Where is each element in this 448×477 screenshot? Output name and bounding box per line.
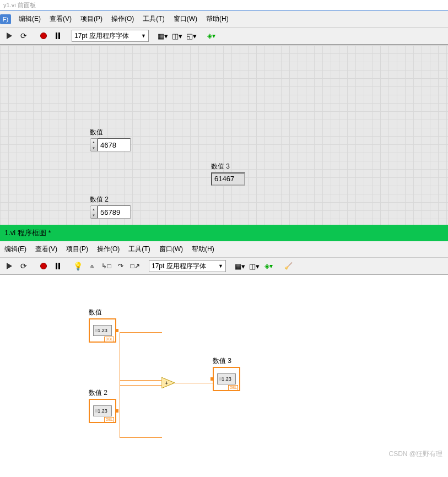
numeric-input-2[interactable] [98, 205, 131, 219]
bd-menu-operate[interactable]: 操作(O) [93, 243, 124, 256]
output-pin-icon [115, 329, 118, 332]
bd-font-selector[interactable]: 17pt 应用程序字体 ▼ [149, 260, 226, 272]
menu-edit[interactable]: 编辑(E) [14, 13, 45, 25]
bd-menu-window[interactable]: 窗口(W) [155, 243, 187, 256]
bd-terminal-numeric-3[interactable]: 数值 3 1.23 DBL [213, 356, 240, 391]
bd-distribute-button[interactable]: ◫▾ [248, 261, 260, 272]
front-panel-title: y1.vi 前面板 [0, 0, 448, 11]
control-label: 数值 2 [90, 195, 131, 204]
menu-window[interactable]: 窗口(W) [169, 13, 202, 25]
step-into-button[interactable]: ↳□ [100, 261, 112, 272]
bd-align-button[interactable]: ▦▾ [234, 261, 246, 272]
wire-segment [120, 380, 163, 381]
front-panel-toolbar: ⟳ 17pt 应用程序字体 ▼ ▦▾ ◫▾ ◱▾ ◈▾ [0, 28, 448, 45]
abort-button[interactable] [37, 30, 50, 41]
bd-menu-edit[interactable]: 编辑(E) [0, 243, 31, 256]
spinner-icon[interactable]: ▲▼ [90, 138, 98, 151]
input-pin-icon [210, 377, 214, 381]
control-label: 数值 3 [211, 162, 245, 171]
dbl-badge: DBL [228, 385, 238, 391]
numeric-indicator-3: 数值 3 61467 [211, 162, 245, 186]
block-diagram-menu-bar: 编辑(E) 查看(V) 项目(P) 操作(O) 工具(T) 窗口(W) 帮助(H… [0, 241, 448, 258]
resize-button[interactable]: ◱▾ [185, 30, 197, 41]
step-over-button[interactable]: ↷ [115, 261, 127, 272]
bd-run-continuous-button[interactable]: ⟳ [18, 261, 30, 272]
numeric-input-1[interactable] [98, 138, 131, 151]
svg-text:+: + [165, 380, 168, 386]
spinner-icon[interactable]: ▲▼ [90, 205, 98, 219]
front-panel-canvas[interactable]: 数值 ▲▼ 数值 2 ▲▼ 数值 3 61467 [0, 45, 448, 225]
numeric-indicator-value: 61467 [211, 172, 245, 186]
bd-terminal-label: 数值 2 [89, 388, 116, 398]
menu-project[interactable]: 项目(P) [76, 13, 107, 25]
dropdown-arrow-icon: ▼ [141, 33, 146, 39]
menu-operate[interactable]: 操作(O) [107, 13, 138, 25]
bd-menu-view[interactable]: 查看(V) [31, 243, 62, 256]
dbl-type-icon: 1.23 [93, 325, 112, 336]
numeric-control-2: 数值 2 ▲▼ [90, 195, 131, 219]
bd-terminal-numeric-1[interactable]: 数值 1.23 DBL [89, 308, 116, 343]
cleanup-button[interactable]: 🧹 [282, 261, 294, 272]
wire-segment [175, 383, 213, 383]
dbl-badge: DBL [104, 417, 114, 422]
bd-abort-button[interactable] [37, 261, 50, 272]
bd-font-selector-text: 17pt 应用程序字体 [152, 262, 206, 271]
bd-run-button[interactable] [3, 261, 15, 272]
dbl-type-icon: 1.23 [93, 405, 112, 416]
bd-terminal-numeric-2[interactable]: 数值 2 1.23 DBL [89, 388, 116, 423]
numeric-control-1: 数值 ▲▼ [90, 128, 131, 151]
font-selector-text: 17pt 应用程序字体 [74, 31, 129, 41]
control-label: 数值 [90, 128, 131, 137]
font-selector[interactable]: 17pt 应用程序字体 ▼ [72, 30, 149, 42]
output-pin-icon [115, 409, 118, 413]
run-continuous-button[interactable]: ⟳ [18, 30, 30, 41]
retain-wire-button[interactable]: ஃ [86, 261, 98, 272]
distribute-button[interactable]: ◫▾ [171, 30, 183, 41]
watermark-text: CSDN @狂野有理 [388, 449, 442, 459]
front-panel-menu-bar: F) 编辑(E) 查看(V) 项目(P) 操作(O) 工具(T) 窗口(W) 帮… [0, 11, 448, 28]
file-menu-icon[interactable]: F) [0, 14, 11, 24]
pause-button[interactable] [52, 30, 64, 41]
dbl-badge: DBL [104, 337, 114, 342]
align-button[interactable]: ▦▾ [156, 30, 169, 41]
step-out-button[interactable]: □↗ [129, 261, 141, 272]
run-button[interactable] [3, 30, 15, 41]
bd-pause-button[interactable] [52, 261, 64, 272]
menu-help[interactable]: 帮助(H) [202, 13, 233, 25]
bd-menu-help[interactable]: 帮助(H) [187, 243, 219, 256]
dropdown-arrow-icon: ▼ [218, 263, 223, 269]
dbl-type-icon: 1.23 [217, 373, 236, 384]
block-diagram-toolbar: ⟳ 💡 ஃ ↳□ ↷ □↗ 17pt 应用程序字体 ▼ ▦▾ ◫▾ ◈▾ 🧹 [0, 258, 448, 275]
add-node[interactable]: + [161, 377, 175, 388]
block-diagram-title: 1.vi 程序框图 * [0, 225, 448, 241]
wire-segment [120, 385, 163, 386]
highlight-execution-button[interactable]: 💡 [72, 261, 84, 272]
menu-tools[interactable]: 工具(T) [138, 13, 169, 25]
bd-menu-tools[interactable]: 工具(T) [124, 243, 154, 256]
bd-reorder-button[interactable]: ◈▾ [262, 261, 274, 272]
menu-view[interactable]: 查看(V) [45, 13, 76, 25]
bd-terminal-label: 数值 3 [213, 356, 240, 366]
bd-menu-project[interactable]: 项目(P) [62, 243, 93, 256]
bd-terminal-label: 数值 [89, 308, 116, 317]
reorder-button[interactable]: ◈▾ [205, 30, 217, 41]
block-diagram-canvas[interactable]: 数值 1.23 DBL 数值 2 1.23 DBL 数值 3 1.23 DBL … [0, 275, 448, 462]
